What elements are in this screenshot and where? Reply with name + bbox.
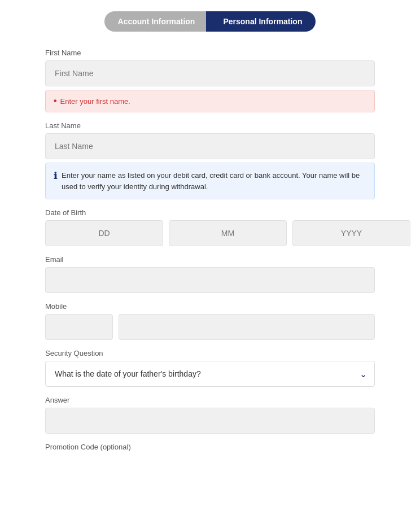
promotion-code-label: Promotion Code (optional) (45, 443, 375, 451)
email-label: Email (45, 255, 375, 264)
dob-dd-input[interactable] (45, 220, 163, 246)
security-question-label: Security Question (45, 349, 375, 357)
step-account-information[interactable]: Account Information (104, 11, 212, 32)
first-name-error-text: Enter your first name. (60, 97, 130, 106)
answer-group: Answer (45, 396, 375, 434)
first-name-error-box: • Enter your first name. (45, 90, 375, 112)
mobile-code-input[interactable]: 91 (45, 314, 113, 340)
info-icon: ℹ (54, 171, 57, 181)
name-info-box: ℹ Enter your name as listed on your debi… (45, 163, 375, 199)
error-bullet-icon: • (54, 96, 57, 106)
dob-group: Date of Birth (45, 208, 375, 246)
first-name-input[interactable] (45, 60, 375, 86)
email-input[interactable] (45, 267, 375, 293)
answer-label: Answer (45, 396, 375, 404)
personal-information-form: First Name • Enter your first name. Last… (45, 49, 375, 451)
step1-label: Account Information (118, 17, 195, 26)
mobile-row: 91 (45, 314, 375, 340)
first-name-group: First Name • Enter your first name. (45, 49, 375, 112)
step2-label: Personal Information (223, 17, 302, 26)
security-question-select[interactable]: What is the date of your father's birthd… (45, 361, 375, 387)
mobile-number-input[interactable] (119, 314, 375, 340)
dob-mm-input[interactable] (169, 220, 287, 246)
last-name-group: Last Name ℹ Enter your name as listed on… (45, 121, 375, 199)
step-personal-information[interactable]: Personal Information (206, 11, 316, 32)
mobile-group: Mobile 91 (45, 302, 375, 340)
dob-row (45, 220, 375, 246)
dob-label: Date of Birth (45, 208, 375, 217)
answer-input[interactable] (45, 408, 375, 434)
first-name-label: First Name (45, 49, 375, 57)
mobile-label: Mobile (45, 302, 375, 311)
last-name-label: Last Name (45, 121, 375, 130)
security-question-group: Security Question What is the date of yo… (45, 349, 375, 387)
last-name-input[interactable] (45, 133, 375, 159)
security-question-wrapper: What is the date of your father's birthd… (45, 361, 375, 387)
promotion-code-group: Promotion Code (optional) (45, 443, 375, 451)
dob-yyyy-input[interactable] (292, 220, 410, 246)
stepper: Account Information Personal Information (45, 11, 375, 32)
name-info-text: Enter your name as listed on your debit … (62, 170, 366, 192)
email-group: Email (45, 255, 375, 293)
